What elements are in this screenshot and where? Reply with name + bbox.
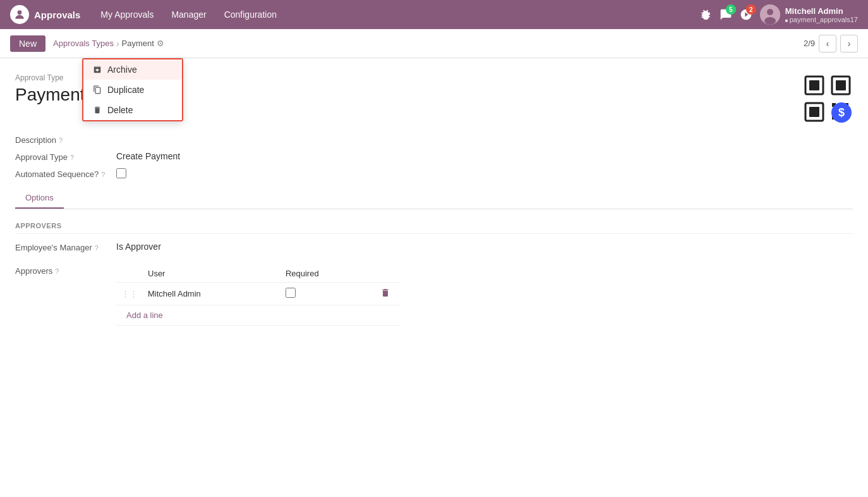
nav-my-approvals[interactable]: My Approvals bbox=[93, 6, 161, 23]
svg-point-2 bbox=[767, 9, 773, 15]
messages-button[interactable]: 5 bbox=[720, 8, 732, 21]
delete-label: Delete bbox=[107, 105, 133, 115]
required-checkbox[interactable] bbox=[286, 288, 296, 298]
table-row: ⋮⋮ Mitchell Admin bbox=[116, 283, 401, 305]
toolbar: New Approvals Types › Payment ⚙ Archive … bbox=[0, 29, 868, 58]
main-scroll: Approval Type Paymentre... bbox=[0, 58, 868, 497]
breadcrumb-parent[interactable]: Approvals Types bbox=[53, 39, 114, 48]
user-menu[interactable]: Mitchell Admin payment_approvals17 bbox=[760, 4, 858, 25]
payment-icon: $ bbox=[802, 73, 853, 124]
svg-rect-10 bbox=[809, 107, 819, 117]
add-line-button[interactable]: Add a line bbox=[121, 307, 168, 324]
svg-rect-8 bbox=[836, 80, 846, 90]
description-label: Description ? bbox=[15, 134, 116, 145]
automated-sequence-checkbox[interactable] bbox=[116, 168, 853, 180]
navbar-actions: 5 2 Mitchell Admin payment_approvals17 bbox=[699, 4, 858, 25]
drag-handle[interactable]: ⋮⋮ bbox=[116, 283, 143, 305]
delete-row-icon[interactable] bbox=[380, 290, 390, 300]
automated-sequence-help-icon[interactable]: ? bbox=[101, 171, 105, 178]
new-button[interactable]: New bbox=[10, 35, 45, 52]
approvers-section: APPROVERS Employee's Manager ? Is Approv… bbox=[15, 222, 853, 326]
approvers-table: User Required ⋮⋮ Mitchell Admin bbox=[116, 265, 401, 326]
bug-button[interactable] bbox=[699, 8, 712, 21]
col-required: Required bbox=[280, 265, 375, 283]
approval-type-value[interactable]: Create Payment bbox=[116, 151, 853, 161]
svg-point-0 bbox=[18, 10, 22, 15]
col-actions bbox=[375, 265, 401, 283]
automated-sequence-row: Automated Sequence? ? bbox=[15, 168, 853, 180]
employees-manager-row: Employee's Manager ? Is Approver bbox=[15, 242, 853, 252]
duplicate-label: Duplicate bbox=[107, 85, 144, 95]
prev-page-button[interactable]: ‹ bbox=[819, 35, 836, 52]
options-tab[interactable]: Options bbox=[15, 188, 64, 209]
approvers-row: Approvers ? User Required bbox=[15, 265, 853, 326]
delete-menu-item[interactable]: Delete bbox=[83, 100, 182, 120]
approval-type-row: Approval Type ? Create Payment bbox=[15, 151, 853, 162]
messages-badge: 5 bbox=[726, 4, 736, 15]
breadcrumb: Approvals Types › Payment ⚙ bbox=[53, 39, 164, 49]
archive-icon bbox=[92, 64, 102, 75]
automated-sequence-input[interactable] bbox=[116, 168, 126, 178]
duplicate-menu-item[interactable]: Duplicate bbox=[83, 80, 182, 100]
breadcrumb-current: Payment ⚙ bbox=[122, 39, 164, 48]
nav-configuration[interactable]: Configuration bbox=[217, 6, 284, 23]
approval-type-field-label: Approval Type ? bbox=[15, 151, 116, 162]
col-user: User bbox=[143, 265, 280, 283]
brand-name: Approvals bbox=[34, 9, 80, 20]
approver-required[interactable] bbox=[280, 283, 375, 305]
activities-button[interactable]: 2 bbox=[740, 8, 752, 21]
add-line-row: Add a line bbox=[116, 305, 401, 326]
action-dropdown: Archive Duplicate Delete bbox=[82, 58, 183, 121]
user-name: Mitchell Admin bbox=[785, 6, 858, 16]
main-content: Approval Type Paymentre... bbox=[0, 58, 868, 497]
delete-row[interactable] bbox=[375, 283, 401, 305]
app-icon bbox=[10, 5, 29, 24]
user-text: Mitchell Admin payment_approvals17 bbox=[785, 6, 858, 23]
approver-user[interactable]: Mitchell Admin bbox=[143, 283, 280, 305]
approvers-table-container: User Required ⋮⋮ Mitchell Admin bbox=[116, 265, 853, 326]
form-tabs: Options bbox=[15, 188, 853, 209]
activities-badge: 2 bbox=[746, 4, 756, 15]
automated-sequence-label: Automated Sequence? ? bbox=[15, 168, 116, 179]
nav-manager[interactable]: Manager bbox=[164, 6, 214, 23]
approval-type-help-icon[interactable]: ? bbox=[70, 154, 74, 161]
approvers-help-icon[interactable]: ? bbox=[55, 267, 59, 275]
employees-manager-help-icon[interactable]: ? bbox=[95, 244, 99, 252]
description-help-icon[interactable]: ? bbox=[59, 137, 63, 144]
archive-menu-item[interactable]: Archive bbox=[83, 59, 182, 80]
avatar bbox=[760, 4, 780, 25]
navbar: Approvals My Approvals Manager Configura… bbox=[0, 0, 868, 29]
gear-icon[interactable]: ⚙ bbox=[157, 39, 164, 48]
pagination: 2/9 ‹ › bbox=[804, 35, 858, 52]
page-info: 2/9 bbox=[804, 39, 815, 48]
approvers-label: Approvers ? bbox=[15, 265, 116, 276]
form-fields: Description ? Approval Type ? Create Pay… bbox=[15, 134, 853, 180]
col-drag bbox=[116, 265, 143, 283]
approvers-section-title: APPROVERS bbox=[15, 222, 853, 234]
employees-manager-label: Employee's Manager ? bbox=[15, 242, 116, 252]
svg-text:$: $ bbox=[838, 106, 845, 119]
duplicate-icon bbox=[92, 85, 102, 95]
user-db: payment_approvals17 bbox=[785, 16, 858, 23]
employees-manager-value[interactable]: Is Approver bbox=[116, 242, 853, 252]
delete-icon bbox=[92, 105, 102, 115]
svg-point-3 bbox=[764, 17, 776, 25]
description-row: Description ? bbox=[15, 134, 853, 145]
svg-rect-6 bbox=[809, 80, 819, 90]
nav-menu: My Approvals Manager Configuration bbox=[93, 6, 284, 23]
breadcrumb-separator: › bbox=[116, 39, 119, 49]
next-page-button[interactable]: › bbox=[840, 35, 858, 52]
archive-label: Archive bbox=[107, 64, 137, 75]
app-logo[interactable]: Approvals bbox=[10, 5, 80, 24]
